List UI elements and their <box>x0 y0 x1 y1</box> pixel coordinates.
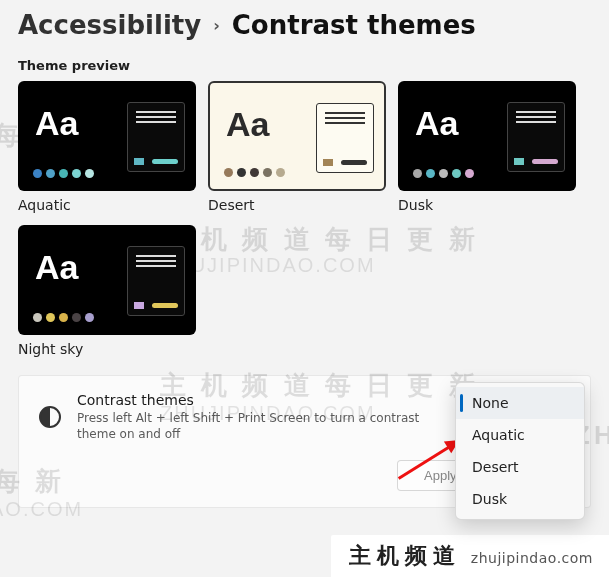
theme-card-desert[interactable]: Aa Desert <box>208 81 386 213</box>
dropdown-option-desert[interactable]: Desert <box>456 451 584 483</box>
palette-dots <box>413 169 474 178</box>
dropdown-option-aquatic[interactable]: Aquatic <box>456 419 584 451</box>
theme-name-label: Aquatic <box>18 197 196 213</box>
theme-thumbnail: Aa <box>398 81 576 191</box>
theme-select-dropdown[interactable]: None Aquatic Desert Dusk <box>455 382 585 520</box>
section-label-theme-preview: Theme preview <box>0 40 609 81</box>
theme-thumbnail: Aa <box>18 225 196 335</box>
contrast-icon <box>39 406 61 428</box>
window-mock-icon <box>316 103 374 173</box>
window-mock-icon <box>127 102 185 172</box>
theme-card-dusk[interactable]: Aa Dusk <box>398 81 576 213</box>
breadcrumb: Accessibility › Contrast themes <box>0 0 609 40</box>
sample-text-icon: Aa <box>226 105 269 144</box>
sample-text-icon: Aa <box>35 104 78 143</box>
breadcrumb-parent[interactable]: Accessibility <box>18 10 201 40</box>
theme-name-label: Dusk <box>398 197 576 213</box>
sample-text-icon: Aa <box>35 248 78 287</box>
theme-thumbnail: Aa <box>18 81 196 191</box>
theme-name-label: Desert <box>208 197 386 213</box>
theme-name-label: Night sky <box>18 341 196 357</box>
card-subtitle: Press left Alt + left Shift + Print Scre… <box>77 410 437 442</box>
page-title: Contrast themes <box>232 10 476 40</box>
card-title: Contrast themes <box>77 392 437 408</box>
footer-brand: 主机频道 zhujipindao.com <box>331 535 609 577</box>
theme-preview-grid: Aa Aquatic Aa Desert Aa <box>0 81 609 357</box>
theme-card-night-sky[interactable]: Aa Night sky <box>18 225 196 357</box>
window-mock-icon <box>507 102 565 172</box>
theme-thumbnail: Aa <box>208 81 386 191</box>
chevron-right-icon: › <box>213 16 220 35</box>
window-mock-icon <box>127 246 185 316</box>
footer-brand-en: zhujipindao.com <box>471 550 593 566</box>
dropdown-option-dusk[interactable]: Dusk <box>456 483 584 515</box>
palette-dots <box>224 168 285 177</box>
palette-dots <box>33 313 94 322</box>
footer-brand-cn: 主机频道 <box>349 541 461 571</box>
theme-card-aquatic[interactable]: Aa Aquatic <box>18 81 196 213</box>
sample-text-icon: Aa <box>415 104 458 143</box>
palette-dots <box>33 169 94 178</box>
dropdown-option-none[interactable]: None <box>456 387 584 419</box>
